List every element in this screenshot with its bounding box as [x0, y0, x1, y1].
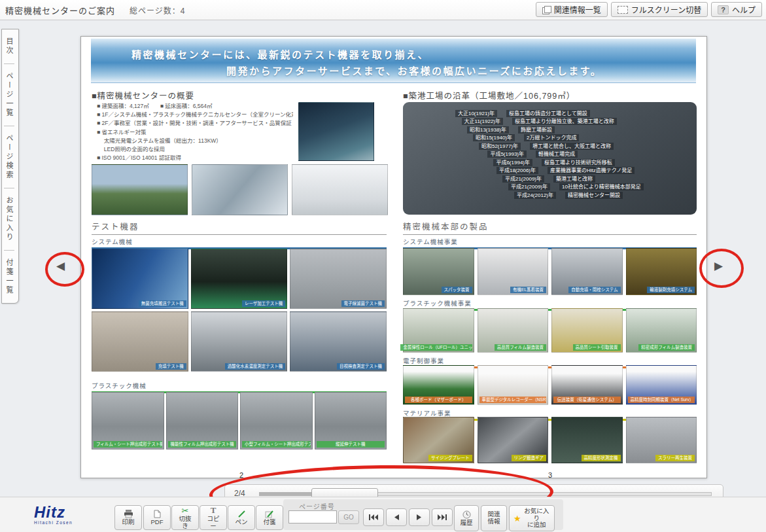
photo-caption: 充填テスト機: [156, 363, 186, 370]
interior-photo: [292, 164, 388, 215]
history-year: 平成5(1993)年: [487, 151, 527, 158]
photo-caption: 各種ボード（マザーボード）: [405, 397, 472, 403]
machine-photo: 電子線滅菌テスト機: [290, 249, 387, 309]
star-icon: ★: [514, 514, 521, 523]
hitz-logo[interactable]: Hitz Hitachi Zosen: [34, 505, 73, 525]
sidebar-tab-4[interactable]: 付箋一覧: [4, 250, 14, 303]
machine-photo: 目視検査測定テスト機: [290, 311, 387, 372]
overview-bullet: LED照明の全面的な採用: [97, 145, 293, 154]
history-label: 履歴: [460, 520, 472, 527]
sidebar-tab-3[interactable]: お気に入り: [4, 188, 14, 250]
history-event: 2万総トンドック完成: [524, 134, 579, 141]
photo-caption: スパッタ装置: [442, 287, 472, 293]
top-bar-buttons: 関連情報一覧 フルスクリーン切替 ? ヘルプ: [536, 2, 762, 17]
history-entry: 昭和52(1977)年堺工場と統合し、大阪工場と改称: [434, 143, 689, 150]
copy-button[interactable]: T コピー: [200, 505, 227, 530]
next-page-icon: [417, 514, 422, 520]
clip-button[interactable]: ✂ 切抜き: [171, 505, 199, 530]
add-favorite-label: お気に入り に追加: [523, 508, 550, 529]
print-label: 印刷: [122, 519, 134, 525]
clip-label: 切抜き: [176, 516, 194, 529]
sidebar-tab-2[interactable]: ページ検索: [4, 126, 14, 188]
machine-photo: 過酸化水素濃度測定テスト機: [191, 311, 288, 372]
pen-label: ペン: [235, 519, 247, 525]
fullscreen-toggle-button[interactable]: フルスクリーン切替: [611, 2, 708, 17]
history-event: 桜島工場より技術研究所移転: [542, 159, 615, 166]
photo-caption: 精密成形フィルム製造装置: [638, 344, 695, 351]
history-year: 平成6(1994)年: [493, 159, 532, 166]
page-navigation-panel: ページ番号 GO 履歴 関連 情報: [283, 499, 563, 530]
sticky-note-label: 付箋: [263, 519, 275, 525]
machine-photo: 自動充填・閉栓システム: [551, 248, 623, 295]
photo-caption: スラリー再生装置: [655, 455, 695, 461]
photo-caption: 高精度形状測定機: [582, 455, 621, 461]
prev-page-arrow[interactable]: ◀: [56, 260, 65, 272]
products-grid-system: スパッタ装置有機EL蒸着装置自動充填・閉栓システム輸液製剤充填システム: [403, 248, 697, 295]
prev-page-button[interactable]: [386, 508, 407, 526]
campus-aerial-photo: [92, 164, 188, 215]
machine-photo: 金属弾性ロール（UFロール）ユニット: [403, 308, 474, 353]
next-page-button[interactable]: [409, 508, 430, 526]
pdf-label: PDF: [151, 519, 164, 525]
machine-photo: 輸液製剤充填システム: [626, 248, 697, 295]
photo-caption: 輸液製剤充填システム: [647, 287, 695, 293]
test-equipment-title: テスト機器: [92, 220, 387, 235]
sidebar-tab-0[interactable]: 目次: [4, 29, 14, 63]
printer-icon: [124, 509, 133, 518]
machine-photo: 高品質フィルム製造装置: [478, 308, 549, 353]
machine-photo: 充填テスト機: [92, 311, 188, 372]
text-copy-icon: T: [211, 506, 217, 515]
related-info-button[interactable]: 関連 情報: [481, 505, 507, 531]
photo-caption: 金属弾性ロール（UFロール）ユニット: [400, 344, 472, 351]
history-year-box: 昭和13(1938)年: [423, 126, 509, 133]
add-favorite-button[interactable]: ★ お気に入り に追加: [509, 505, 555, 531]
machine-photo: スパッタ装置: [403, 248, 474, 295]
go-button[interactable]: GO: [338, 510, 359, 524]
hitz-logo-text: Hitz: [34, 505, 73, 520]
banner-line-1: 精密機械センターには、最新鋭のテスト機器を取り揃え、: [131, 47, 429, 61]
history-event: 産業機器事業のHitz造機テクノ発足: [548, 167, 635, 174]
photo-caption: フィルム・シート押出成形テスト機: [94, 441, 162, 448]
pen-button[interactable]: ペン: [228, 505, 255, 530]
sidebar-tab-1[interactable]: ページ一覧: [4, 63, 14, 126]
history-event: 堺工場と統合し、大阪工場と改称: [530, 143, 614, 150]
machine-photo: 高精度形状測定機: [551, 417, 623, 463]
related-info-list-button[interactable]: 関連情報一覧: [536, 2, 608, 17]
machine-photo: 縦延伸テスト機: [315, 392, 387, 450]
history-event: 10社統合により精密機械本部発足: [559, 183, 644, 190]
machine-photo: サイジングプレート: [403, 417, 474, 463]
hitz-logo-subtext: Hitachi Zosen: [34, 520, 73, 525]
history-year-box: 平成5(1993)年: [440, 151, 527, 158]
next-page-arrow[interactable]: ▶: [714, 260, 723, 272]
help-button[interactable]: ? ヘルプ: [711, 2, 762, 17]
photo-caption: 車載型デジタルレコーダー（NSR）: [479, 397, 547, 403]
history-event: 桜島工場より分離独立後、築港工場と改称: [512, 118, 617, 125]
photo-caption: 縦延伸テスト機: [317, 441, 385, 448]
photo-caption: レーザ加工テスト機: [242, 300, 285, 307]
history-entry: 大正11(1922)年桜島工場より分離独立後、築港工場と改称: [417, 118, 689, 125]
photo-caption: 電子線滅菌テスト機: [341, 300, 385, 307]
history-event: 築港工場と改称: [553, 175, 595, 183]
machine-photo: 小型フィルム・シート押出成形テスト機: [240, 392, 313, 450]
history-event: 飾磨工場新設: [518, 126, 555, 133]
page-number-input[interactable]: [288, 510, 337, 523]
first-page-button[interactable]: [363, 508, 384, 526]
photo-caption: リング鍛造ギア: [512, 455, 547, 461]
help-label: ヘルプ: [732, 4, 756, 15]
layered-pages-icon: [542, 6, 551, 14]
last-page-button[interactable]: [432, 508, 453, 526]
sticky-note-button[interactable]: 付箋: [256, 505, 283, 530]
page-banner: 精密機械センターには、最新鋭のテスト機器を取り揃え、 開発からアフターサービスま…: [91, 39, 696, 83]
print-button[interactable]: 印刷: [114, 505, 142, 530]
history-entry: 平成21(2009)年築港工場と改称: [458, 175, 689, 183]
photo-caption: 有機EL蒸着装置: [510, 287, 546, 293]
last-page-icon: [438, 514, 447, 520]
history-year: 平成18(2006)年: [496, 167, 538, 174]
pdf-button[interactable]: PDF: [143, 505, 171, 530]
history-entry: 平成21(2009)年10社統合により精密機械本部発足: [464, 183, 689, 190]
photo-caption: 高品質シート引取装置: [573, 344, 621, 351]
history-year-box: 昭和15(1940)年: [428, 134, 515, 141]
history-button[interactable]: 履歴: [454, 505, 479, 531]
machine-photo: 高精度時刻同期装置（Net Surv）: [626, 365, 697, 405]
machine-photo: 精密成形フィルム製造装置: [626, 308, 697, 353]
